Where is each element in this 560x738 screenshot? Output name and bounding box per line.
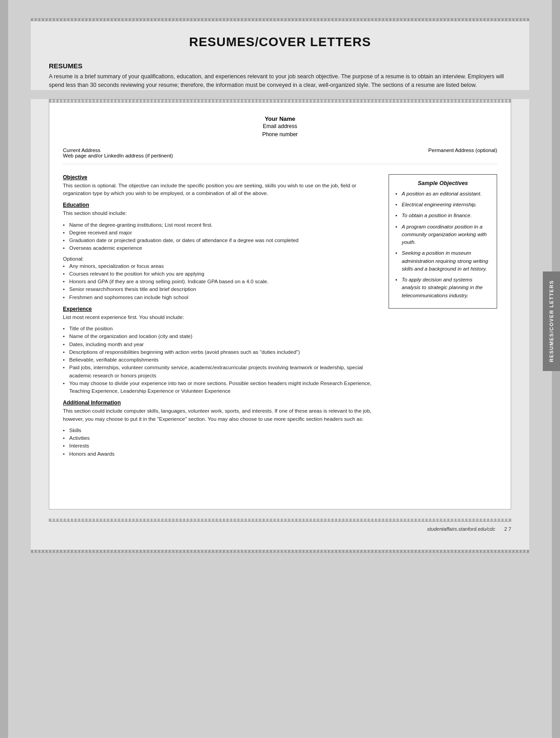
education-title: Education [63, 202, 381, 208]
obj-item-2: Electrical engineering internship. [395, 201, 490, 209]
edu-opt-4: Senior research/honors thesis title and … [63, 286, 381, 293]
permanent-address: Permanent Address (optional) [428, 148, 497, 158]
edu-opt-5: Freshmen and sophomores can include high… [63, 294, 381, 301]
edu-bullet-4: Overseas academic experience [63, 244, 381, 252]
obj-item-3: To obtain a position in finance. [395, 212, 490, 219]
exp-bullet-4: Descriptions of responsibilities beginni… [63, 348, 381, 356]
resume-phone: Phone number [63, 130, 497, 138]
edu-bullet-1: Name of the degree-granting institutions… [63, 221, 381, 229]
education-section: Education This section should include: N… [63, 202, 381, 301]
bottom-decorative-bar [31, 550, 529, 553]
resume-box-bottom-bar [49, 519, 511, 522]
resume-two-col: Objective This section is optional. The … [63, 170, 497, 462]
address-row: Current Address Web page and/or LinkedIn… [63, 148, 497, 158]
top-decorative-bar [31, 18, 529, 21]
add-bullet-1: Skills [63, 427, 381, 434]
exp-bullet-3: Dates, including month and year [63, 341, 381, 348]
experience-bullets: Title of the position Name of the organi… [63, 325, 381, 395]
edu-opt-3: Honors and GPA (if they are a strong sel… [63, 278, 381, 286]
experience-body: List most recent experience first. You s… [63, 314, 381, 321]
edu-opt-2: Courses relevant to the position for whi… [63, 270, 381, 278]
footer-page: 2 7 [504, 526, 511, 532]
main-content: RESUMES/COVER LETTERS RESUMES A resume i… [8, 0, 552, 738]
sample-objectives-list: A position as an editorial assistant. El… [395, 190, 490, 300]
additional-info-bullets: Skills Activities Interests Honors and A… [63, 427, 381, 458]
resume-template-box: Your Name Email address Phone number Cur… [49, 102, 511, 509]
additional-info-title: Additional Information [63, 400, 381, 406]
education-bullets: Name of the degree-granting institutions… [63, 221, 381, 252]
page-title: RESUMES/COVER LETTERS [49, 35, 511, 49]
resume-left-col: Objective This section is optional. The … [63, 170, 381, 462]
edu-bullet-2: Degree received and major [63, 229, 381, 237]
right-border: RESUMES/COVER LETTERS [552, 0, 560, 738]
edu-opt-1: Any minors, specialization or focus area… [63, 262, 381, 270]
sample-objectives-title: Sample Objectives [395, 180, 490, 186]
add-bullet-2: Activities [63, 434, 381, 442]
current-address-label: Current Address [63, 148, 173, 153]
obj-item-6: To apply decision and systems analysis t… [395, 276, 490, 300]
resume-right-col: Sample Objectives A position as an edito… [389, 170, 497, 462]
address-left: Current Address Web page and/or LinkedIn… [63, 148, 173, 158]
obj-item-1: A position as an editorial assistant. [395, 190, 490, 198]
sample-objectives-box: Sample Objectives A position as an edito… [389, 174, 497, 309]
exp-bullet-6: Paid jobs, internships, volunteer commun… [63, 364, 381, 380]
additional-info-section: Additional Information This section coul… [63, 400, 381, 458]
resume-name: Your Name [63, 115, 497, 122]
exp-bullet-1: Title of the position [63, 325, 381, 333]
resumes-heading: RESUMES [49, 62, 511, 70]
add-bullet-4: Honors and Awards [63, 450, 381, 458]
resume-email: Email address [63, 122, 497, 130]
right-tab: RESUMES/COVER LETTERS [543, 271, 560, 371]
education-body: This section should include: [63, 209, 381, 217]
additional-info-body: This section could include computer skil… [63, 407, 381, 423]
web-address: Web page and/or LinkedIn address (if per… [63, 153, 173, 158]
obj-item-5: Seeking a position in museum administrat… [395, 249, 490, 273]
right-tab-label: RESUMES/COVER LETTERS [549, 280, 554, 362]
resume-header: Your Name Email address Phone number [63, 115, 497, 138]
exp-bullet-5: Believable, verifiable accomplishments [63, 356, 381, 364]
optional-label: Optional: [63, 256, 381, 262]
experience-title: Experience [63, 306, 381, 312]
experience-section: Experience List most recent experience f… [63, 306, 381, 395]
resumes-intro: A resume is a brief summary of your qual… [49, 72, 511, 90]
footer-bar: studentaffairs.stanford.edu/cdc 2 7 [49, 522, 511, 541]
edu-bullet-3: Graduation date or projected graduation … [63, 237, 381, 244]
left-border [0, 0, 8, 738]
exp-bullet-7: You may choose to divide your experience… [63, 380, 381, 395]
education-optional-bullets: Any minors, specialization or focus area… [63, 262, 381, 301]
add-bullet-3: Interests [63, 442, 381, 450]
objective-body: This section is optional. The objective … [63, 182, 381, 198]
objective-title: Objective [63, 174, 381, 181]
footer-url: studentaffairs.stanford.edu/cdc [427, 526, 495, 532]
objective-section: Objective This section is optional. The … [63, 174, 381, 198]
obj-item-4: A program coordinator position in a comm… [395, 223, 490, 247]
resume-box-top-bar [49, 99, 511, 102]
exp-bullet-2: Name of the organization and location (c… [63, 333, 381, 340]
